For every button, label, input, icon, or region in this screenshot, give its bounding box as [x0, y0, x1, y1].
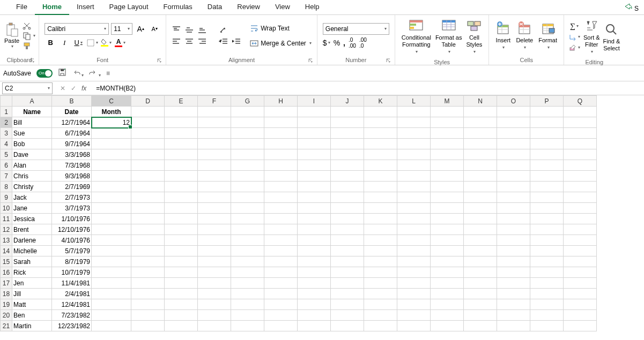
cell[interactable]	[530, 289, 564, 299]
cell[interactable]	[198, 182, 231, 192]
cell[interactable]	[497, 278, 530, 289]
cell[interactable]: Brent	[12, 224, 52, 235]
cell[interactable]	[364, 289, 397, 299]
cell[interactable]	[264, 224, 298, 235]
cell[interactable]	[564, 160, 597, 171]
align-bottom-button[interactable]	[197, 26, 207, 34]
cell[interactable]	[564, 310, 597, 321]
cell[interactable]	[497, 149, 530, 160]
column-header[interactable]: B	[52, 96, 92, 107]
cell[interactable]	[530, 171, 564, 182]
cell[interactable]	[298, 267, 331, 278]
cell[interactable]	[198, 107, 231, 117]
cell[interactable]	[264, 321, 298, 331]
cell[interactable]	[231, 256, 264, 267]
cell[interactable]: 4/10/1976	[52, 235, 92, 246]
cell[interactable]	[298, 117, 331, 128]
cell[interactable]	[198, 321, 231, 331]
cell[interactable]	[397, 299, 431, 310]
cell[interactable]	[231, 192, 264, 203]
cell[interactable]	[364, 246, 397, 256]
cancel-formula-button[interactable]: ✕	[60, 85, 65, 92]
cell[interactable]	[331, 192, 364, 203]
cell[interactable]	[198, 139, 231, 149]
cell[interactable]	[464, 171, 497, 182]
cell[interactable]	[364, 203, 397, 214]
cell[interactable]	[92, 289, 131, 299]
cell[interactable]	[364, 171, 397, 182]
row-header[interactable]: 8	[1, 182, 12, 192]
cell[interactable]	[564, 182, 597, 192]
cell[interactable]	[331, 235, 364, 246]
cell[interactable]: 3/7/1973	[52, 203, 92, 214]
cell[interactable]	[364, 149, 397, 160]
cell[interactable]	[92, 321, 131, 331]
tab-formulas[interactable]: Formulas	[156, 0, 200, 15]
cell[interactable]	[231, 182, 264, 192]
cell[interactable]	[530, 310, 564, 321]
cell[interactable]	[198, 289, 231, 299]
cell[interactable]	[397, 246, 431, 256]
cell[interactable]	[564, 192, 597, 203]
copy-button[interactable]: ▾	[23, 32, 35, 40]
cell[interactable]: 1/10/1976	[52, 214, 92, 224]
cell[interactable]	[464, 267, 497, 278]
cell[interactable]	[530, 246, 564, 256]
cell[interactable]: Christy	[12, 182, 52, 192]
cell[interactable]	[464, 203, 497, 214]
row-header[interactable]: 16	[1, 267, 12, 278]
cell[interactable]	[264, 289, 298, 299]
column-header[interactable]: A	[12, 96, 52, 107]
format-as-table-button[interactable]: Format as Table▾	[435, 18, 462, 55]
cell[interactable]	[264, 128, 298, 139]
row-header[interactable]: 5	[1, 149, 12, 160]
cell[interactable]	[530, 256, 564, 267]
cell[interactable]	[364, 321, 397, 331]
cell[interactable]	[431, 256, 464, 267]
cell[interactable]	[564, 321, 597, 331]
cell[interactable]	[397, 117, 431, 128]
cell[interactable]	[530, 267, 564, 278]
cell[interactable]	[165, 214, 198, 224]
column-header[interactable]: N	[464, 96, 497, 107]
cell[interactable]	[431, 267, 464, 278]
cell[interactable]	[397, 235, 431, 246]
cell[interactable]	[464, 192, 497, 203]
cell[interactable]	[364, 224, 397, 235]
cell[interactable]	[431, 235, 464, 246]
cell[interactable]: 12/4/1981	[52, 299, 92, 310]
column-header[interactable]: G	[231, 96, 264, 107]
cell[interactable]	[231, 289, 264, 299]
cell[interactable]	[431, 321, 464, 331]
cell[interactable]	[397, 149, 431, 160]
cell[interactable]	[198, 214, 231, 224]
row-header[interactable]: 4	[1, 139, 12, 149]
cell[interactable]	[131, 246, 165, 256]
cell[interactable]	[231, 139, 264, 149]
cell[interactable]	[497, 192, 530, 203]
comma-format-button[interactable]: ,	[343, 37, 345, 49]
cell[interactable]	[298, 289, 331, 299]
cell[interactable]	[165, 139, 198, 149]
cell[interactable]	[497, 117, 530, 128]
cell[interactable]	[131, 310, 165, 321]
cell[interactable]	[198, 192, 231, 203]
cell[interactable]	[364, 214, 397, 224]
cell[interactable]	[298, 107, 331, 117]
cell[interactable]	[464, 310, 497, 321]
cell[interactable]	[397, 203, 431, 214]
cell[interactable]	[198, 299, 231, 310]
format-painter-button[interactable]	[23, 42, 35, 50]
cell[interactable]: 5/7/1979	[52, 246, 92, 256]
cell[interactable]	[431, 171, 464, 182]
column-header[interactable]: D	[131, 96, 165, 107]
font-name-combo[interactable]: Calibri▾	[45, 23, 109, 35]
cell[interactable]	[264, 246, 298, 256]
cell[interactable]	[431, 107, 464, 117]
cell[interactable]: Ben	[12, 310, 52, 321]
cell[interactable]	[497, 235, 530, 246]
cell[interactable]	[530, 192, 564, 203]
cell[interactable]	[131, 214, 165, 224]
cell[interactable]	[331, 267, 364, 278]
cell[interactable]: Chris	[12, 171, 52, 182]
